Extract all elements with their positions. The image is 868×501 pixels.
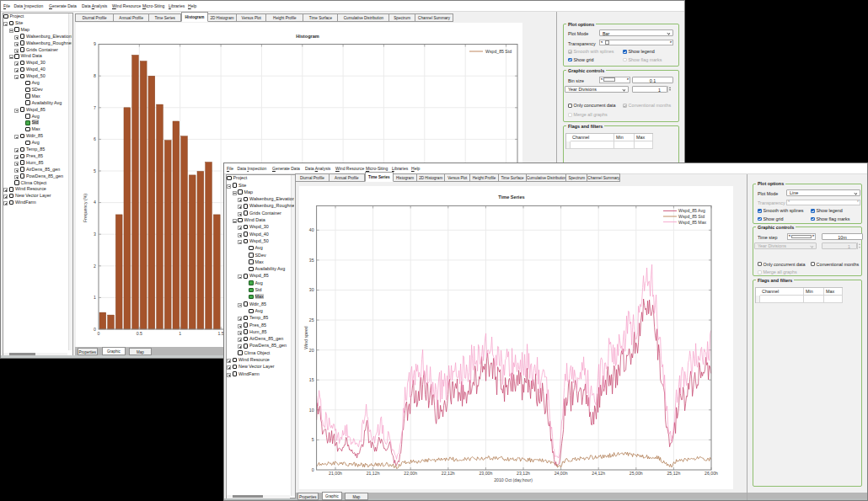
svg-text:0: 0	[312, 467, 314, 472]
svg-text:2: 2	[94, 264, 96, 269]
svg-text:6: 6	[94, 136, 96, 141]
svg-text:2010 Oct (day,hour): 2010 Oct (day,hour)	[494, 477, 533, 482]
svg-text:1: 1	[94, 295, 96, 300]
svg-text:Wspd_85 Std: Wspd_85 Std	[485, 49, 512, 54]
svg-text:26,00h: 26,00h	[705, 471, 718, 476]
svg-text:4: 4	[94, 200, 96, 205]
svg-text:21,12h: 21,12h	[367, 471, 380, 476]
svg-text:9: 9	[94, 41, 96, 46]
svg-text:8: 8	[94, 73, 96, 78]
svg-text:22,00h: 22,00h	[404, 471, 417, 476]
svg-text:Wind speed: Wind speed	[303, 326, 308, 349]
svg-text:Frequency (%): Frequency (%)	[83, 194, 88, 222]
svg-text:7: 7	[94, 105, 96, 110]
svg-text:25,00h: 25,00h	[630, 471, 643, 476]
svg-text:25,12h: 25,12h	[667, 471, 680, 476]
svg-text:5: 5	[94, 168, 96, 173]
svg-text:24,12h: 24,12h	[592, 471, 605, 476]
svg-text:Time Series: Time Series	[498, 195, 524, 200]
svg-text:24,00h: 24,00h	[555, 471, 568, 476]
svg-text:0: 0	[94, 327, 96, 332]
svg-text:10: 10	[309, 408, 314, 413]
svg-text:0: 0	[98, 331, 100, 336]
svg-text:5: 5	[312, 437, 314, 442]
svg-text:21,00h: 21,00h	[329, 471, 342, 476]
svg-text:20: 20	[309, 348, 314, 353]
svg-text:23,12h: 23,12h	[517, 471, 530, 476]
svg-text:40: 40	[309, 227, 314, 232]
svg-text:Histogram: Histogram	[296, 34, 319, 39]
svg-text:0.5: 0.5	[137, 331, 142, 336]
svg-text:Wspd_85 Max: Wspd_85 Max	[678, 220, 707, 225]
svg-text:3: 3	[94, 232, 96, 237]
svg-text:35: 35	[309, 258, 314, 263]
svg-text:15: 15	[309, 377, 314, 382]
svg-text:23,00h: 23,00h	[479, 471, 492, 476]
svg-text:Wspd_85 Std: Wspd_85 Std	[678, 214, 705, 219]
svg-text:1: 1	[179, 331, 181, 336]
svg-text:22,12h: 22,12h	[442, 471, 455, 476]
svg-text:25: 25	[309, 317, 314, 322]
svg-text:Wspd_85 Avg: Wspd_85 Avg	[678, 208, 705, 213]
svg-text:30: 30	[309, 287, 314, 292]
